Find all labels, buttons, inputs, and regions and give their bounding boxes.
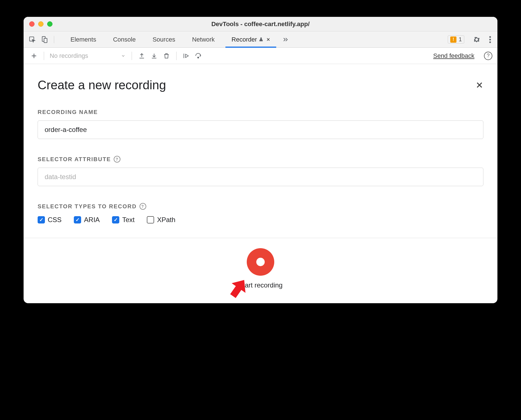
close-window-button[interactable] [29, 21, 35, 27]
selector-attribute-label: SELECTOR ATTRIBUTE [38, 156, 111, 163]
devtools-window: DevTools - coffee-cart.netlify.app/ Elem… [24, 17, 497, 303]
help-icon[interactable]: ? [140, 203, 146, 210]
replay-button[interactable] [181, 51, 192, 61]
svg-point-6 [198, 57, 199, 58]
checkbox-icon [74, 216, 81, 223]
svg-point-4 [489, 39, 491, 40]
checkbox-label: Text [122, 216, 134, 224]
recorder-toolbar: No recordings Send feedback ? [24, 48, 497, 64]
tab-console[interactable]: Console [105, 31, 144, 47]
checkbox-label: ARIA [84, 216, 100, 224]
start-recording-button[interactable] [247, 248, 274, 276]
chevron-down-icon [121, 54, 125, 58]
selector-type-xpath[interactable]: XPath [147, 216, 175, 224]
tab-network[interactable]: Network [184, 31, 223, 47]
help-icon[interactable]: ? [484, 52, 492, 60]
recording-name-label: RECORDING NAME [38, 109, 483, 115]
page-title: Create a new recording [38, 78, 166, 92]
checkbox-icon [112, 216, 119, 223]
close-panel-button[interactable] [476, 81, 483, 89]
more-menu-icon[interactable] [489, 36, 491, 44]
import-button[interactable] [149, 51, 159, 61]
selector-type-css[interactable]: CSS [38, 216, 61, 224]
selector-types-field: SELECTOR TYPES TO RECORD ? CSSARIATextXP… [38, 203, 483, 224]
help-icon[interactable]: ? [114, 156, 120, 163]
tab-elements[interactable]: Elements [62, 31, 105, 47]
delete-button[interactable] [161, 51, 172, 61]
checkbox-label: CSS [48, 216, 61, 224]
svg-point-5 [489, 41, 491, 43]
warning-icon: ! [450, 36, 456, 43]
checkbox-icon [38, 216, 45, 223]
titlebar: DevTools - coffee-cart.netlify.app/ [24, 17, 497, 31]
issues-count: 1 [459, 36, 462, 43]
step-button[interactable] [193, 51, 204, 61]
beaker-icon [259, 37, 264, 42]
issues-badge[interactable]: ! 1 [448, 35, 464, 44]
window-title: DevTools - coffee-cart.netlify.app/ [211, 20, 310, 28]
export-button[interactable] [136, 51, 147, 61]
device-toolbar-icon[interactable] [41, 36, 48, 43]
start-recording-label: Start recording [238, 281, 282, 289]
selector-type-aria[interactable]: ARIA [74, 216, 100, 224]
settings-icon[interactable] [473, 36, 481, 44]
selector-types-label: SELECTOR TYPES TO RECORD [38, 203, 137, 210]
tab-recorder[interactable]: Recorder × [223, 31, 278, 47]
content-area: Create a new recording RECORDING NAME SE… [24, 64, 497, 224]
selector-attribute-input[interactable] [38, 168, 483, 186]
svg-point-3 [489, 36, 491, 38]
minimize-window-button[interactable] [38, 21, 44, 27]
traffic-lights [29, 21, 52, 27]
send-feedback-link[interactable]: Send feedback [433, 52, 474, 60]
inspect-element-icon[interactable] [29, 36, 36, 43]
tabs-bar: Elements Console Sources Network Recorde… [24, 31, 497, 48]
recording-name-field: RECORDING NAME [38, 109, 483, 139]
selector-type-text[interactable]: Text [112, 216, 134, 224]
checkbox-icon [147, 216, 154, 223]
tab-sources[interactable]: Sources [144, 31, 184, 47]
selector-attribute-field: SELECTOR ATTRIBUTE ? [38, 156, 483, 186]
checkbox-label: XPath [157, 216, 175, 224]
recording-name-input[interactable] [38, 120, 483, 139]
tab-close-icon[interactable]: × [266, 36, 270, 43]
recordings-placeholder: No recordings [50, 52, 88, 60]
recordings-dropdown[interactable]: No recordings [49, 52, 127, 60]
svg-rect-2 [44, 38, 47, 42]
more-tabs-button[interactable] [278, 31, 293, 47]
maximize-window-button[interactable] [47, 21, 52, 27]
record-icon [256, 258, 265, 266]
start-recording-area: Start recording [24, 238, 497, 303]
new-recording-button[interactable] [29, 51, 39, 61]
